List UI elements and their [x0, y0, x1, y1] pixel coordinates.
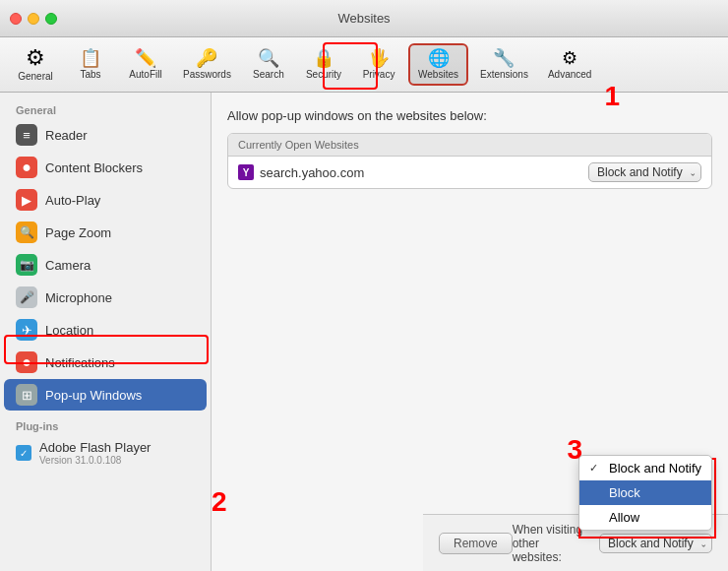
reader-icon: ≡ [16, 124, 37, 146]
blockers-icon: ● [16, 157, 37, 178]
toolbar-autofill[interactable]: ✏️ AutoFill [120, 45, 171, 84]
checkmark-icon: ✓ [589, 462, 603, 475]
toolbar-extensions[interactable]: 🔧 Extensions [472, 45, 536, 84]
sidebar-item-location-label: Location [45, 323, 93, 338]
tabs-label: Tabs [80, 69, 100, 80]
table-section-header: Currently Open Websites [228, 134, 711, 157]
table-row: Y search.yahoo.com Block and Notify Bloc… [228, 157, 711, 188]
sidebar-item-zoom-label: Page Zoom [45, 225, 111, 240]
maximize-button[interactable] [45, 13, 57, 25]
dropdown-item-label: Block and Notify [609, 461, 701, 476]
row-left: Y search.yahoo.com [238, 164, 364, 180]
sidebar-item-mic-label: Microphone [45, 290, 112, 305]
flash-version: Version 31.0.0.108 [39, 455, 151, 466]
notif-icon: ● [16, 351, 37, 373]
flash-info: Adobe Flash Player Version 31.0.0.108 [39, 440, 151, 466]
passwords-icon: 🔑 [196, 49, 217, 67]
sidebar-item-reader[interactable]: ≡ Reader [4, 119, 207, 151]
websites-table: Currently Open Websites Y search.yahoo.c… [227, 133, 712, 189]
close-button[interactable] [10, 13, 22, 25]
dropdown-block-label: Block [609, 485, 640, 500]
sidebar-item-auto-play[interactable]: ▶ Auto-Play [4, 184, 207, 216]
toolbar-passwords[interactable]: 🔑 Passwords [175, 45, 239, 84]
advanced-icon: ⚙ [562, 49, 577, 67]
window-controls [10, 13, 57, 25]
toolbar-advanced[interactable]: ⚙ Advanced [540, 45, 599, 84]
search-icon: 🔍 [258, 49, 279, 67]
dropdown-block-notify[interactable]: ✓ Block and Notify [579, 456, 711, 480]
camera-icon: 📷 [16, 254, 37, 276]
general-icon: ⚙ [26, 47, 45, 69]
annotation-2: 2 [212, 486, 227, 518]
other-select-wrapper[interactable]: Block and Notify Block Allow [599, 534, 712, 553]
privacy-icon: 🖐 [368, 49, 390, 67]
remove-button[interactable]: Remove [439, 533, 513, 554]
block-select-wrapper[interactable]: Block and Notify Block Allow [588, 162, 701, 182]
sidebar-item-location[interactable]: ✈ Location [4, 314, 207, 346]
flash-name: Adobe Flash Player [39, 440, 151, 455]
sidebar-item-reader-label: Reader [45, 128, 88, 143]
sidebar-item-content-blockers[interactable]: ● Content Blockers [4, 152, 207, 183]
dropdown-allow-label: Allow [609, 510, 639, 525]
flash-checkbox[interactable]: ✓ [16, 445, 31, 461]
sidebar-item-popup-label: Pop-up Windows [45, 388, 142, 403]
sidebar: General ≡ Reader ● Content Blockers ▶ Au… [0, 93, 212, 571]
yahoo-icon: Y [238, 164, 254, 180]
zoom-icon: 🔍 [16, 222, 37, 243]
sidebar-item-camera[interactable]: 📷 Camera [4, 249, 207, 281]
general-section-title: General [0, 100, 211, 118]
site-url: search.yahoo.com [260, 165, 364, 180]
minimize-button[interactable] [28, 13, 39, 25]
other-select[interactable]: Block and Notify Block Allow [599, 534, 712, 553]
search-label: Search [253, 69, 284, 80]
content-header: Allow pop-up windows on the websites bel… [227, 108, 712, 123]
advanced-label: Advanced [548, 69, 591, 80]
sidebar-item-camera-label: Camera [45, 258, 91, 273]
sidebar-item-blockers-label: Content Blockers [45, 160, 143, 175]
sidebar-item-notif-label: Notifications [45, 355, 115, 370]
websites-label: Websites [418, 69, 458, 80]
toolbar-websites[interactable]: 🌐 Websites [408, 43, 468, 86]
sidebar-item-notifications[interactable]: ● Notifications [4, 347, 207, 378]
toolbar-security[interactable]: 🔒 Security [298, 45, 349, 84]
plugins-section-title: Plug-ins [0, 416, 211, 434]
mic-icon: 🎤 [16, 286, 37, 308]
security-label: Security [306, 69, 341, 80]
general-label: General [18, 71, 53, 82]
websites-icon: 🌐 [428, 49, 450, 67]
privacy-label: Privacy [363, 69, 395, 80]
autoplay-icon: ▶ [16, 189, 37, 211]
toolbar-search[interactable]: 🔍 Search [243, 45, 294, 84]
sidebar-item-autoplay-label: Auto-Play [45, 193, 100, 208]
sidebar-item-page-zoom[interactable]: 🔍 Page Zoom [4, 217, 207, 248]
popup-icon: ⊞ [16, 384, 37, 406]
toolbar-privacy[interactable]: 🖐 Privacy [353, 45, 404, 84]
sidebar-item-flash[interactable]: ✓ Adobe Flash Player Version 31.0.0.108 [4, 435, 207, 471]
passwords-label: Passwords [183, 69, 231, 80]
title-bar: Websites [0, 0, 728, 37]
extensions-label: Extensions [480, 69, 528, 80]
dropdown-popup: ✓ Block and Notify Block Allow [578, 455, 712, 531]
extensions-icon: 🔧 [493, 49, 515, 67]
main-area: General ≡ Reader ● Content Blockers ▶ Au… [0, 93, 728, 571]
security-icon: 🔒 [313, 49, 334, 67]
dropdown-block[interactable]: Block [579, 480, 711, 505]
plugins-section: Plug-ins ✓ Adobe Flash Player Version 31… [0, 416, 211, 471]
window-title: Websites [337, 11, 390, 26]
dropdown-allow[interactable]: Allow [579, 505, 711, 530]
toolbar-tabs[interactable]: 📋 Tabs [65, 45, 116, 84]
autofill-label: AutoFill [129, 69, 161, 80]
block-select[interactable]: Block and Notify Block Allow [588, 162, 701, 182]
toolbar-general[interactable]: ⚙ General [10, 43, 61, 86]
toolbar: ⚙ General 📋 Tabs ✏️ AutoFill 🔑 Passwords… [0, 37, 728, 93]
content-panel: Allow pop-up windows on the websites bel… [212, 93, 728, 571]
autofill-icon: ✏️ [135, 49, 156, 67]
sidebar-item-popup-windows[interactable]: ⊞ Pop-up Windows [4, 379, 207, 411]
tabs-icon: 📋 [80, 49, 101, 67]
location-icon: ✈ [16, 319, 37, 341]
sidebar-item-microphone[interactable]: 🎤 Microphone [4, 282, 207, 313]
